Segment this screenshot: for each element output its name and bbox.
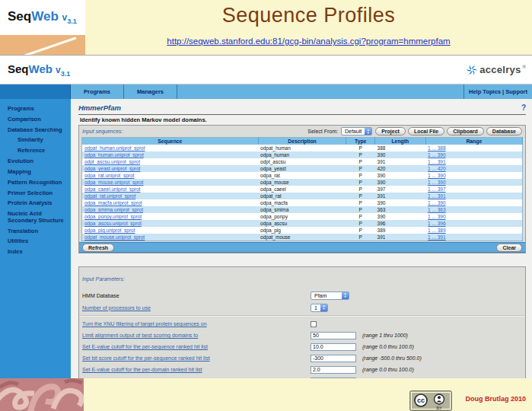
range-link[interactable]: 1 ... 390 bbox=[428, 173, 446, 178]
sidebar-item-index[interactable]: Index bbox=[0, 249, 71, 256]
column-header-sequence[interactable]: Sequence bbox=[82, 138, 259, 145]
range-link[interactable]: 1 ... 420 bbox=[428, 166, 446, 171]
sidebar-item-translation[interactable]: Translation bbox=[0, 228, 71, 235]
sequence-cell: odpat_human.uniprot_sprot bbox=[82, 145, 259, 151]
type-cell: P bbox=[346, 227, 375, 234]
range-cell: 1 ... 390 bbox=[425, 151, 522, 158]
sequence-link[interactable]: odpa_caeel.uniprot_sprot bbox=[84, 186, 140, 192]
sequence-link[interactable]: odpa_mouse.uniprot_sprot bbox=[84, 180, 143, 185]
type-cell: P bbox=[346, 193, 375, 199]
processors-dropdown[interactable]: 1 ▲▼ bbox=[311, 304, 328, 312]
divider bbox=[78, 114, 526, 115]
sequence-link[interactable]: odpat_human.uniprot_sprot bbox=[84, 145, 145, 151]
sequence-link[interactable]: odpa_smima.uniprot_sprot bbox=[84, 207, 143, 212]
by-label: BY bbox=[437, 406, 443, 410]
sequence-link[interactable]: odpa_pig.uniprot_sprot bbox=[84, 228, 135, 233]
sidebar-item-programs[interactable]: Programs bbox=[0, 106, 71, 113]
parameter-value-input[interactable] bbox=[311, 332, 356, 339]
range-cell: 1 ... 388 bbox=[425, 145, 522, 151]
range-link[interactable]: 1 ... 389 bbox=[428, 228, 446, 233]
table-row: odpat_rat.uniprot_sprotodpat_ratP3911 ..… bbox=[82, 193, 523, 199]
app-body: ProgramsComparisonDatabase SearchingSimi… bbox=[0, 99, 532, 378]
processors-label[interactable]: Number of processors to use bbox=[82, 305, 311, 311]
sequence-link[interactable]: odpa_human.uniprot_sprot bbox=[84, 152, 144, 158]
sidebar-item-mapping[interactable]: Mapping bbox=[0, 169, 71, 176]
input-sequences-label: Input sequences: bbox=[82, 129, 123, 134]
sidebar-item-evolution[interactable]: Evolution bbox=[0, 158, 71, 165]
parameter-label-link[interactable]: Set E-value cutoff for the per-sequence … bbox=[82, 344, 311, 349]
sequence-link[interactable]: odpat_mouse.uniprot_sprot bbox=[84, 234, 145, 240]
sequence-link[interactable]: odpa_ascsu.uniprot_sprot bbox=[84, 221, 142, 226]
clear-button[interactable]: Clear bbox=[496, 244, 522, 252]
clipboard-button[interactable]: Clipboard bbox=[447, 127, 484, 135]
sequence-link[interactable]: odpa_rat.uniprot_sprot bbox=[84, 173, 134, 178]
column-header-range[interactable]: Range bbox=[425, 138, 522, 145]
range-link[interactable]: 1 ... 390 bbox=[428, 214, 446, 219]
parameter-label-link[interactable]: Turn the XNU filtering of target protein… bbox=[82, 321, 311, 327]
sidebar-item-comparison[interactable]: Comparison bbox=[0, 116, 71, 123]
sequences-footer-bar: Refresh Clear bbox=[79, 242, 525, 253]
processors-row: Number of processors to use 1 ▲▼ bbox=[79, 301, 525, 314]
type-cell: P bbox=[346, 213, 375, 220]
parameter-label-link[interactable]: Set bit score cutoff for the per-sequenc… bbox=[82, 355, 311, 361]
range-link[interactable]: 1 ... 391 bbox=[428, 234, 446, 240]
refresh-button[interactable]: Refresh bbox=[82, 244, 114, 252]
help-topics-support-link[interactable]: Help Topics | Support bbox=[464, 84, 532, 99]
parameter-value-input[interactable] bbox=[311, 343, 356, 351]
hmm-database-dropdown[interactable]: Pfam ▲▼ bbox=[311, 292, 349, 300]
column-header-type[interactable]: Type bbox=[346, 138, 375, 145]
sidebar-item-nucleic-acid-secondary-structure[interactable]: Nucleic Acid Secondary Structure bbox=[0, 211, 71, 224]
logo-version: 3.1 bbox=[61, 70, 71, 78]
sequence-link[interactable]: odpa_macfa.uniprot_sprot bbox=[84, 200, 142, 206]
parameter-value-input[interactable] bbox=[311, 366, 356, 374]
length-text: 391 bbox=[377, 159, 386, 164]
sidebar-item-similarity[interactable]: Similarity bbox=[0, 137, 71, 144]
tab-managers[interactable]: Managers bbox=[124, 84, 177, 99]
parameter-label-link[interactable]: Limit alignment output of best scoring d… bbox=[82, 333, 311, 338]
sequence-cell: odpa_human.uniprot_sprot bbox=[82, 151, 259, 158]
column-header-length[interactable]: Length bbox=[375, 138, 426, 145]
parameter-value-input[interactable] bbox=[311, 355, 356, 362]
range-link[interactable]: 1 ... 391 bbox=[428, 193, 446, 199]
xnu-filter-checkbox[interactable] bbox=[311, 321, 317, 327]
local-file-button[interactable]: Local File bbox=[408, 127, 444, 135]
tab-programs[interactable]: Programs bbox=[71, 84, 124, 99]
input-parameters-panel: Input Parameters: HMM Database Pfam ▲▼ N… bbox=[78, 266, 526, 378]
range-link[interactable]: 1 ... 388 bbox=[428, 145, 446, 151]
accelrys-logo: accelrys ® bbox=[466, 64, 526, 76]
range-link[interactable]: 1 ... 396 bbox=[428, 221, 446, 226]
range-link[interactable]: 1 ... 390 bbox=[428, 200, 446, 206]
range-link[interactable]: 1 ... 390 bbox=[428, 180, 446, 185]
sequence-link[interactable]: odpa_yeast.uniprot_sprot bbox=[84, 166, 140, 171]
parameter-value-input[interactable] bbox=[311, 378, 356, 379]
cc-by-license-badge[interactable]: cc BY bbox=[409, 390, 452, 411]
range-link[interactable]: 1 ... 363 bbox=[428, 207, 446, 212]
type-cell: P bbox=[346, 220, 375, 227]
parameter-label-link[interactable]: Set E-value cutoff for the per-domain ra… bbox=[82, 367, 311, 372]
project-button[interactable]: Project bbox=[375, 127, 406, 135]
column-header-description[interactable]: Description bbox=[258, 138, 346, 145]
select-from-dropdown[interactable]: Default ▲▼ bbox=[341, 127, 372, 135]
range-link[interactable]: 1 ... 390 bbox=[428, 152, 446, 158]
sequence-link[interactable]: odpt_ascsu.uniprot_sprot bbox=[84, 159, 140, 164]
range-cell: 1 ... 389 bbox=[425, 227, 522, 234]
type-cell: P bbox=[346, 186, 375, 193]
sequence-cell: odpat_mouse.uniprot_sprot bbox=[82, 234, 259, 241]
range-link[interactable]: 1 ... 397 bbox=[428, 186, 446, 192]
description-text: odpa_caeel bbox=[260, 186, 286, 192]
help-icon[interactable]: ? bbox=[521, 104, 526, 112]
sidebar-item-reference[interactable]: Reference bbox=[0, 148, 71, 155]
sidebar-item-pattern-recognition[interactable]: Pattern Recognition bbox=[0, 180, 71, 186]
program-url-link[interactable]: http://seqweb.stanford.edu:81/gcg-bin/an… bbox=[167, 37, 450, 46]
logo-seq: Seq bbox=[8, 62, 29, 75]
database-button[interactable]: Database bbox=[486, 127, 522, 135]
description-cell: odpa_caeel bbox=[258, 186, 346, 193]
length-text: 390 bbox=[377, 214, 386, 219]
sequence-link[interactable]: odpat_rat.uniprot_sprot bbox=[84, 193, 135, 199]
sequence-link[interactable]: odpa_ponpy.uniprot_sprot bbox=[84, 214, 142, 219]
sidebar-item-utilities[interactable]: Utilities bbox=[0, 238, 71, 245]
sidebar-item-primer-selection[interactable]: Primer Selection bbox=[0, 190, 71, 197]
sidebar-item-protein-analysis[interactable]: Protein Analysis bbox=[0, 200, 71, 207]
range-link[interactable]: 1 ... 391 bbox=[428, 159, 446, 164]
sidebar-item-database-searching[interactable]: Database Searching bbox=[0, 127, 71, 134]
